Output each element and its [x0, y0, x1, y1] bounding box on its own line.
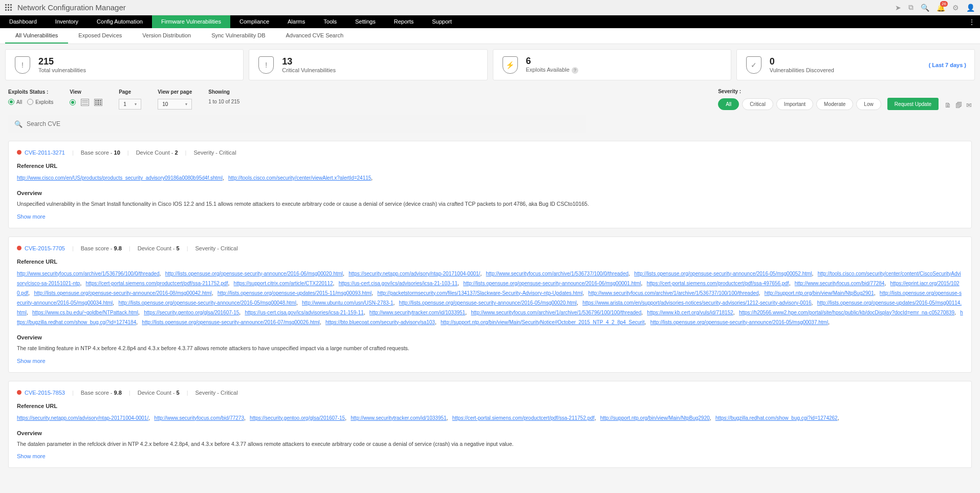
reference-link[interactable]: https://www.kb.cert.org/vuls/id/718152 — [647, 310, 733, 315]
view-grid-icon[interactable] — [94, 99, 102, 106]
monitor-icon[interactable]: ⧉ — [908, 3, 913, 12]
severity-pill-all[interactable]: All — [718, 98, 739, 110]
cve-id[interactable]: CVE-2015-7853 — [17, 390, 65, 396]
view-list-icon[interactable] — [81, 99, 89, 106]
nav-alarms[interactable]: Alarms — [278, 15, 314, 28]
nav-more-icon[interactable]: ⋮ — [964, 18, 980, 26]
device-count: Device Count - 2 — [136, 149, 178, 156]
page-label: Page — [119, 89, 141, 95]
export-mail-icon[interactable]: ✉ — [966, 101, 972, 109]
reference-link[interactable]: http://support.ntp.org/bin/view/Main/Sec… — [441, 319, 645, 325]
nav-config-automation[interactable]: Config Automation — [88, 15, 152, 28]
reference-link[interactable]: http://lists.opensuse.org/opensuse-secur… — [34, 290, 211, 296]
reference-link[interactable]: http://lists.opensuse.org/opensuse-secur… — [142, 319, 319, 325]
reference-link[interactable]: https://us-cert.cisa.gov/ics/advisories/… — [245, 310, 363, 315]
overview-label: Overview — [17, 190, 963, 196]
reference-link[interactable]: https://security.netapp.com/advisory/nta… — [349, 271, 480, 276]
nav-inventory[interactable]: Inventory — [46, 15, 88, 28]
reference-link[interactable]: http://packetstormsecurity.com/files/134… — [377, 290, 582, 296]
cve-id[interactable]: CVE-2015-7705 — [17, 245, 65, 251]
main-nav: DashboardInventoryConfig AutomationFirmw… — [0, 15, 980, 28]
reference-link[interactable]: http://lists.opensuse.org/opensuse-secur… — [634, 271, 812, 276]
reference-link[interactable]: https://cert-portal.siemens.com/productc… — [647, 281, 789, 286]
reference-link[interactable]: http://support.ntp.org/bin/view/Main/Ntp… — [765, 290, 874, 296]
reference-link[interactable]: https://support.citrix.com/article/CTX22… — [234, 281, 333, 286]
showing-value: 1 to 10 of 215 — [208, 99, 239, 104]
apps-menu-icon[interactable] — [5, 4, 12, 11]
reference-link[interactable]: https://cert-portal.siemens.com/productc… — [86, 281, 228, 286]
summary-card: ✓0Vulnerabilities Discovered( Last 7 day… — [736, 49, 975, 80]
reference-link[interactable]: http://lists.opensuse.org/opensuse-secur… — [165, 271, 343, 276]
reference-link[interactable]: http://www.securityfocus.com/archive/1/a… — [589, 290, 759, 296]
nav-firmware-vulnerabilities[interactable]: Firmware Vulnerabilities — [152, 15, 230, 28]
view-per-page-select[interactable]: 10 — [158, 99, 192, 110]
reference-link[interactable]: http://lists.opensuse.org/opensuse-updat… — [217, 290, 372, 296]
nav-reports[interactable]: Reports — [385, 15, 423, 28]
reference-link[interactable]: https://bugzilla.redhat.com/show_bug.cgi… — [715, 415, 838, 421]
nav-support[interactable]: Support — [423, 15, 461, 28]
reference-link[interactable]: http://tools.cisco.com/security/center/v… — [228, 175, 371, 181]
reference-link[interactable]: http://lists.opensuse.org/opensuse-secur… — [650, 319, 828, 325]
nav-dashboard[interactable]: Dashboard — [0, 15, 46, 28]
reference-url-label: Reference URL — [17, 403, 963, 409]
reference-link[interactable]: https://h20566.www2.hpe.com/portal/site/… — [739, 310, 954, 315]
search-cve-input[interactable] — [8, 115, 586, 133]
subnav-version-distribution[interactable]: Version Distribution — [132, 28, 201, 44]
exploits-radio-exploits[interactable]: Exploits — [27, 99, 53, 105]
severity-pill-moderate[interactable]: Moderate — [816, 98, 853, 110]
notifications-icon[interactable]: 🔔26 — [937, 4, 945, 12]
reference-link[interactable]: https://security.netapp.com/advisory/nta… — [17, 415, 148, 421]
severity-pill-important[interactable]: Important — [776, 98, 813, 110]
subnav-all-vulnerabilities[interactable]: All Vulnerabilities — [5, 28, 68, 44]
search-icon[interactable]: 🔍 — [921, 4, 929, 12]
user-icon[interactable]: 👤 — [966, 4, 975, 12]
nav-compliance[interactable]: Compliance — [230, 15, 278, 28]
exploits-radio-all[interactable]: All — [8, 99, 22, 105]
reference-link[interactable]: http://www.ubuntu.com/usn/USN-2783-1 — [302, 300, 393, 306]
reference-link[interactable]: https://security.gentoo.org/glsa/201607-… — [144, 310, 239, 315]
reference-link[interactable]: http://lists.opensuse.org/opensuse-secur… — [399, 300, 577, 306]
rocket-icon[interactable]: ➤ — [895, 4, 901, 12]
reference-link[interactable]: http://lists.opensuse.org/opensuse-secur… — [118, 300, 296, 306]
export-pdf-icon[interactable]: 🗎 — [945, 101, 951, 109]
summary-cards: !215Total vulnerabilities!13Critical Vul… — [0, 44, 980, 85]
reference-link[interactable]: http://www.securityfocus.com/bid/77273 — [154, 415, 244, 421]
reference-link[interactable]: https://security.gentoo.org/glsa/201607-… — [250, 415, 345, 421]
reference-link[interactable]: http://www.securityfocus.com/archive/1/a… — [471, 310, 641, 315]
reference-link[interactable]: http://lists.opensuse.org/opensuse-secur… — [463, 281, 641, 286]
view-radio-list[interactable] — [70, 99, 76, 105]
reference-link[interactable]: https://www.cs.bu.edu/~goldbe/NTPattack.… — [32, 310, 138, 315]
settings-icon[interactable]: ⚙ — [952, 4, 959, 12]
reference-link[interactable]: https://us-cert.cisa.gov/ics/advisories/… — [339, 281, 458, 286]
showing-label: Showing — [208, 89, 239, 95]
nav-settings[interactable]: Settings — [346, 15, 385, 28]
reference-link[interactable]: https://www.arista.com/en/support/adviso… — [582, 300, 811, 306]
export-csv-icon[interactable]: 🗐 — [955, 101, 962, 109]
reference-link[interactable]: https://cert-portal.siemens.com/productc… — [452, 415, 595, 421]
reference-link[interactable]: http://www.securityfocus.com/archive/1/5… — [486, 271, 629, 276]
subnav-exposed-devices[interactable]: Exposed Devices — [68, 28, 132, 44]
reference-link[interactable]: http://www.securityfocus.com/archive/1/5… — [17, 271, 160, 276]
severity-pill-critical[interactable]: Critical — [742, 98, 773, 110]
cve-id[interactable]: CVE-2011-3271 — [17, 149, 65, 156]
severity-pill-low[interactable]: Low — [856, 98, 881, 110]
reference-link[interactable]: http://www.securityfocus.com/bid/77284 — [795, 281, 885, 286]
reference-link[interactable]: http://www.securitytracker.com/id/103395… — [369, 310, 465, 315]
show-more-link[interactable]: Show more — [17, 453, 963, 459]
request-update-button[interactable]: Request Update — [887, 98, 939, 110]
show-more-link[interactable]: Show more — [17, 358, 963, 364]
filter-bar: Exploits Status : All Exploits View Page… — [0, 85, 980, 113]
subnav-advanced-cve-search[interactable]: Advanced CVE Search — [276, 28, 354, 44]
page-select[interactable]: 1 — [119, 99, 141, 110]
reference-link[interactable]: http://support.ntp.org/bin/view/Main/Ntp… — [600, 415, 710, 421]
show-more-link[interactable]: Show more — [17, 213, 963, 220]
nav-tools[interactable]: Tools — [314, 15, 346, 28]
subnav-sync-vulnerability-db[interactable]: Sync Vulnerability DB — [201, 28, 275, 44]
device-count: Device Count - 5 — [138, 245, 180, 251]
overview-label: Overview — [17, 334, 963, 340]
card-period: ( Last 7 days ) — [929, 62, 966, 68]
reference-link[interactable]: https://bto.bluecoat.com/security-adviso… — [325, 319, 435, 325]
reference-link[interactable]: http://www.securitytracker.com/id/103395… — [351, 415, 446, 421]
help-icon[interactable]: ? — [572, 67, 578, 74]
reference-link[interactable]: http://www.cisco.com/en/US/products/prod… — [17, 175, 223, 181]
